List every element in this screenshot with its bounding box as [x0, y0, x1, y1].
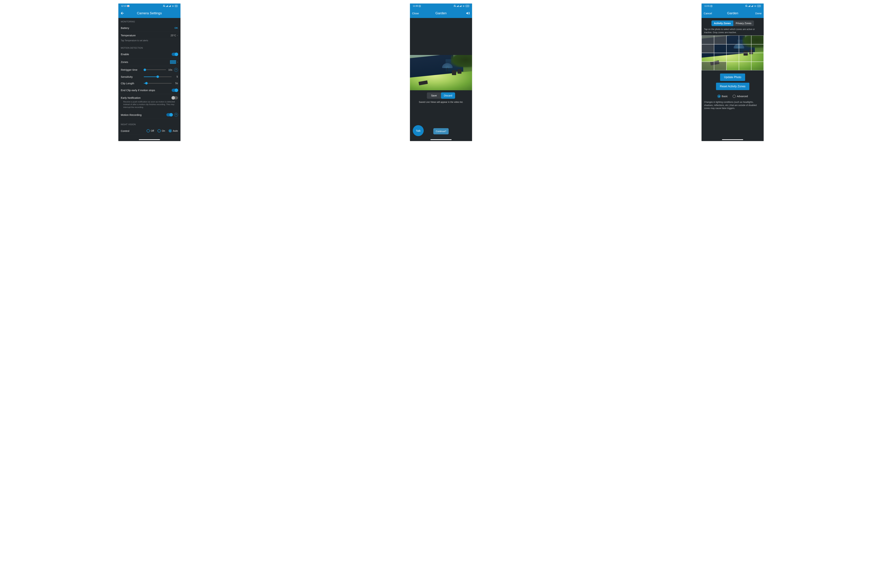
- earlynotif-label: Early Notification: [121, 96, 141, 99]
- endclip-toggle[interactable]: [172, 88, 178, 92]
- radio-auto[interactable]: Auto: [169, 129, 178, 132]
- row-motionrecording: Motion Recording ?: [119, 111, 180, 119]
- svg-rect-0: [166, 6, 166, 7]
- zone-cell[interactable]: [726, 44, 739, 53]
- help-icon[interactable]: ?: [174, 68, 178, 72]
- svg-rect-22: [751, 6, 751, 7]
- zone-cell[interactable]: [739, 36, 751, 44]
- cancel-button[interactable]: Cancel: [704, 12, 712, 15]
- radio-basic[interactable]: Basic: [717, 94, 728, 98]
- zone-cell[interactable]: [739, 53, 751, 62]
- zone-cell[interactable]: [714, 44, 726, 53]
- svg-rect-4: [169, 6, 169, 7]
- svg-rect-10: [457, 6, 458, 7]
- home-indicator[interactable]: [722, 139, 743, 140]
- tab-privacy-zones[interactable]: Privacy Zones: [733, 21, 754, 26]
- zone-cell[interactable]: [739, 62, 751, 70]
- battery-icon: 100: [757, 5, 761, 7]
- zone-cell[interactable]: [714, 53, 726, 62]
- help-icon[interactable]: ?: [174, 113, 178, 117]
- enable-label: Enable: [121, 53, 129, 56]
- svg-rect-1: [167, 6, 167, 7]
- zone-cell[interactable]: [726, 53, 739, 62]
- recording-toggle[interactable]: [166, 113, 173, 116]
- section-motion: MOTION DETECTION: [119, 44, 180, 51]
- zone-cell[interactable]: [702, 36, 714, 44]
- svg-rect-12: [458, 5, 459, 7]
- chevron-right-icon: ›: [177, 34, 178, 37]
- save-button[interactable]: Save: [427, 92, 441, 99]
- zone-cell[interactable]: [702, 44, 714, 53]
- zones-camera-view[interactable]: [702, 36, 763, 70]
- done-button[interactable]: Done: [755, 12, 762, 15]
- radio-on[interactable]: On: [158, 129, 165, 132]
- svg-rect-13: [460, 6, 460, 7]
- retrigger-slider[interactable]: [144, 69, 166, 70]
- nightcontrol-radio-group: Off On Auto: [147, 129, 178, 132]
- camera-live-view[interactable]: [410, 55, 472, 90]
- zone-cell[interactable]: [751, 36, 763, 44]
- svg-rect-20: [749, 6, 750, 7]
- zones-hint: Tap on the photo to select which zones a…: [702, 28, 763, 36]
- status-bar: 11:00 100: [410, 3, 472, 9]
- chevron-right-icon: ›: [177, 61, 178, 63]
- reset-zones-button[interactable]: Reset Activity Zones: [716, 83, 749, 90]
- svg-rect-24: [752, 6, 753, 7]
- radio-advanced[interactable]: Advanced: [733, 94, 748, 98]
- zone-cell[interactable]: [726, 36, 739, 44]
- zone-cell[interactable]: [714, 62, 726, 70]
- zone-cell[interactable]: [751, 62, 763, 70]
- row-temperature[interactable]: Temperature 25°C ›: [119, 32, 180, 39]
- zone-cell[interactable]: [751, 44, 763, 53]
- zone-cell[interactable]: [726, 62, 739, 70]
- row-zones[interactable]: Zones ›: [119, 58, 180, 66]
- retrigger-label: Retrigger time: [121, 68, 142, 71]
- zones-value: ›: [170, 60, 178, 64]
- home-indicator[interactable]: [430, 139, 452, 140]
- earlynotif-toggle[interactable]: [172, 96, 178, 99]
- signal-icon: [457, 5, 459, 7]
- svg-rect-6: [170, 6, 170, 7]
- settings-content: MONITORING Battery OK Temperature 25°C ›…: [119, 18, 180, 141]
- sensitivity-slider[interactable]: [144, 76, 172, 77]
- row-cliplength: Clip Length 5s: [119, 80, 180, 87]
- zone-cell[interactable]: [714, 36, 726, 44]
- speaker-button[interactable]: [466, 11, 470, 15]
- clip-slider[interactable]: [144, 83, 172, 84]
- zones-label: Zones: [121, 60, 128, 63]
- svg-rect-14: [460, 6, 460, 7]
- status-time: 12:13: [121, 5, 126, 7]
- radio-off[interactable]: Off: [147, 129, 154, 132]
- row-endclip: End Clip early if motion stops: [119, 87, 180, 94]
- talk-button[interactable]: Talk: [413, 125, 424, 136]
- clip-label: Clip Length: [121, 82, 142, 85]
- discard-button[interactable]: Discard: [441, 92, 455, 99]
- back-button[interactable]: [120, 11, 124, 15]
- header-bar: Cancel Garden Done: [702, 9, 763, 18]
- svg-rect-9: [457, 6, 457, 7]
- zone-cell[interactable]: [702, 53, 714, 62]
- row-earlynotif: Early Notification: [119, 94, 180, 100]
- home-indicator[interactable]: [139, 139, 160, 140]
- tab-activity-zones[interactable]: Activity Zones: [711, 21, 733, 26]
- mode-radio-group: Basic Advanced: [702, 92, 763, 99]
- zone-cell[interactable]: [739, 44, 751, 53]
- update-photo-button[interactable]: Update Photo: [720, 74, 745, 81]
- live-content: Save Discard Saved Live Views will appea…: [410, 18, 472, 141]
- battery-label: Battery: [121, 27, 129, 30]
- enable-toggle[interactable]: [172, 53, 178, 56]
- row-battery[interactable]: Battery OK: [119, 24, 180, 32]
- zone-cell[interactable]: [702, 62, 714, 70]
- close-button[interactable]: Close: [412, 12, 419, 15]
- zone-grid-overlay[interactable]: [702, 36, 763, 70]
- zones-footer-note: Changes in lighting conditions (such as …: [702, 99, 763, 111]
- zone-cell[interactable]: [751, 53, 763, 62]
- battery-icon: 100: [466, 5, 469, 7]
- row-enable: Enable: [119, 51, 180, 58]
- section-monitoring: MONITORING: [119, 18, 180, 24]
- temperature-value: 25°C ›: [171, 34, 178, 37]
- row-retrigger: Retrigger time 10s ?: [119, 66, 180, 74]
- radio-circle-checked-icon: [717, 94, 721, 98]
- battery-value: OK: [174, 27, 178, 29]
- continue-button[interactable]: Continue?: [433, 128, 449, 134]
